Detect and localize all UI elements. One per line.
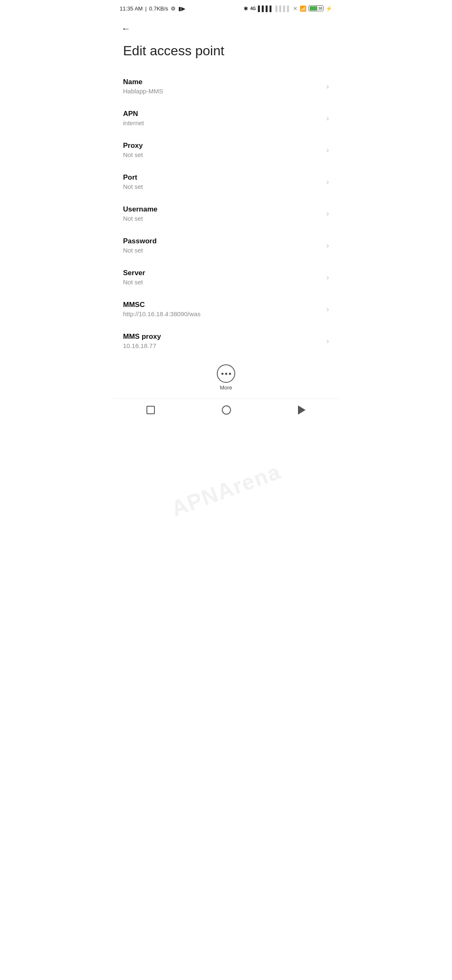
settings-list: Name Hablapp-MMS › APN internet › Proxy … <box>113 70 339 357</box>
back-arrow-icon: ← <box>121 23 131 34</box>
home-icon <box>222 405 231 415</box>
navigation-bar <box>113 398 339 425</box>
chevron-right-icon: › <box>326 273 329 282</box>
settings-item[interactable]: MMSC http://10.16.18.4:38090/was › <box>113 293 339 325</box>
bluetooth-icon: ✱ <box>244 5 248 12</box>
settings-item-label: Username <box>123 205 323 214</box>
settings-item[interactable]: Server Not set › <box>113 261 339 293</box>
settings-item[interactable]: Password Not set › <box>113 230 339 261</box>
settings-item-content: APN internet <box>123 110 323 126</box>
settings-item-label: MMS proxy <box>123 333 323 341</box>
chevron-right-icon: › <box>326 209 329 218</box>
settings-icon: ⚙ <box>171 5 176 12</box>
settings-item-value: http://10.16.18.4:38090/was <box>123 310 323 317</box>
chevron-right-icon: › <box>326 146 329 155</box>
settings-item-value: Not set <box>123 247 323 254</box>
recents-icon <box>146 406 155 414</box>
settings-item-value: Hablapp-MMS <box>123 88 323 95</box>
settings-item-value: 10.16.18.77 <box>123 342 323 349</box>
more-dots-icon <box>221 373 231 375</box>
wifi-icon: 📶 <box>300 5 306 12</box>
settings-item[interactable]: MMS proxy 10.16.18.77 › <box>113 325 339 357</box>
settings-item[interactable]: Proxy Not set › <box>113 134 339 166</box>
watermark: APNArena <box>168 459 284 521</box>
settings-item-value: Not set <box>123 279 323 286</box>
settings-item-label: Password <box>123 237 323 245</box>
back-button[interactable]: ← <box>113 17 339 38</box>
settings-item-content: Port Not set <box>123 173 323 190</box>
settings-item-value: internet <box>123 119 323 126</box>
x-signal-icon: ✕ <box>293 5 298 12</box>
settings-item-value: Not set <box>123 151 323 158</box>
separator: | <box>145 5 146 12</box>
settings-item-label: APN <box>123 110 323 118</box>
signal-4g-icon: 4G <box>250 6 256 11</box>
chevron-right-icon: › <box>326 305 329 314</box>
settings-item[interactable]: Username Not set › <box>113 198 339 230</box>
status-right: ✱ 4G ▌▌▌▌ ▌▌▌▌ ✕ 📶 38 ⚡ <box>244 5 332 12</box>
page-title: Edit access point <box>113 38 339 70</box>
more-button[interactable]: More <box>113 357 339 395</box>
status-bar: 11:35 AM | 0.7KB/s ⚙ ▮▶ ✱ 4G ▌▌▌▌ ▌▌▌▌ ✕… <box>113 0 339 17</box>
status-left: 11:35 AM | 0.7KB/s ⚙ ▮▶ <box>120 5 185 12</box>
time-display: 11:35 AM <box>120 5 143 12</box>
speed-display: 0.7KB/s <box>149 5 168 12</box>
settings-item-label: Server <box>123 269 323 277</box>
chevron-right-icon: › <box>326 82 329 91</box>
settings-item-label: Port <box>123 173 323 182</box>
nav-home-button[interactable] <box>215 404 238 416</box>
battery-percent: 38 <box>318 6 322 10</box>
battery-indicator: 38 <box>308 5 324 11</box>
settings-item-label: Proxy <box>123 142 323 150</box>
chevron-right-icon: › <box>326 337 329 346</box>
settings-item-content: Server Not set <box>123 269 323 286</box>
charging-icon: ⚡ <box>326 5 332 12</box>
settings-item-content: Password Not set <box>123 237 323 254</box>
settings-item[interactable]: Port Not set › <box>113 166 339 198</box>
chevron-right-icon: › <box>326 114 329 123</box>
signal-bars-icon: ▌▌▌▌ <box>258 5 273 12</box>
settings-item-content: MMS proxy 10.16.18.77 <box>123 333 323 349</box>
settings-item[interactable]: Name Hablapp-MMS › <box>113 70 339 102</box>
settings-item-label: MMSC <box>123 301 323 309</box>
video-icon: ▮▶ <box>178 5 185 12</box>
settings-item-label: Name <box>123 78 323 86</box>
nav-back-button[interactable] <box>291 404 312 416</box>
back-nav-icon <box>298 405 306 415</box>
settings-item-value: Not set <box>123 183 323 190</box>
chevron-right-icon: › <box>326 241 329 250</box>
signal-bars2-icon: ▌▌▌▌ <box>275 5 291 12</box>
chevron-right-icon: › <box>326 178 329 186</box>
settings-item-content: Name Hablapp-MMS <box>123 78 323 95</box>
battery-fill <box>310 6 317 10</box>
settings-item-content: Proxy Not set <box>123 142 323 158</box>
more-circle-icon <box>217 364 235 383</box>
settings-item-content: MMSC http://10.16.18.4:38090/was <box>123 301 323 317</box>
more-label: More <box>220 384 232 391</box>
settings-item-value: Not set <box>123 215 323 222</box>
nav-recents-button[interactable] <box>140 404 162 416</box>
settings-item-content: Username Not set <box>123 205 323 222</box>
settings-item[interactable]: APN internet › <box>113 102 339 134</box>
